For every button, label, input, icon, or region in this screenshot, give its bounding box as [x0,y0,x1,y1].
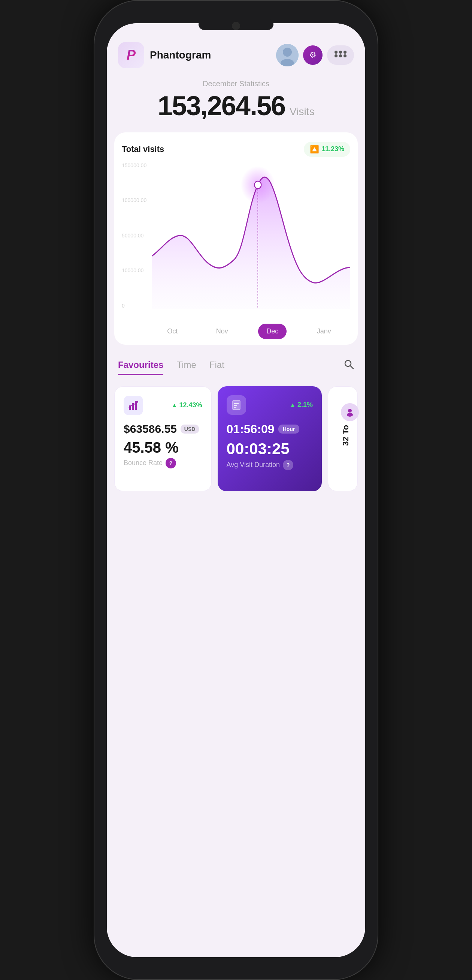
partial-card-value: 32 To [341,425,351,446]
svg-point-22 [347,413,353,417]
month-janv-button[interactable]: Janv [309,324,339,339]
svg-point-3 [334,51,337,54]
gear-icon: ⚙ [309,50,317,60]
cards-section: ▲ 12.43% $63586.55 USD 45.58 % Bounce Ra… [107,379,365,499]
svg-point-1 [283,48,292,57]
svg-point-4 [339,51,342,54]
svg-line-13 [350,366,353,369]
chart-badge-value: 11.23% [322,145,344,153]
help-icon-2[interactable]: ? [283,460,293,470]
avatar[interactable] [276,44,299,66]
card-percent-value-1: 12.43% [179,401,202,409]
phone-screen: P Phantogram ⚙ [107,23,365,957]
dots-icon [334,50,347,60]
help-icon-1[interactable]: ? [166,458,176,468]
chart-y-labels: 150000.00 100000.00 50000.00 10000.00 0 [122,162,146,320]
month-oct-button[interactable]: Oct [159,324,186,339]
month-dec-button[interactable]: Dec [258,324,287,339]
chart-area: 150000.00 100000.00 50000.00 10000.00 0 [122,162,350,320]
chart-title: Total visits [122,145,164,154]
svg-point-6 [334,54,337,57]
card-main-value-2: 00:03:25 [226,440,313,458]
phone-camera [232,22,240,30]
card-bounce-rate: ▲ 12.43% $63586.55 USD 45.58 % Bounce Ra… [114,386,212,491]
svg-point-21 [348,409,352,412]
svg-point-11 [254,181,261,189]
card-percent-value-2: 2.1% [298,401,313,409]
stats-subtitle: December Statistics [118,80,354,88]
svg-point-8 [344,54,347,57]
card-badge-1: USD [181,425,199,434]
tab-fiat[interactable]: Fiat [209,356,224,375]
search-icon[interactable] [344,359,354,372]
card-icon-2 [226,395,246,415]
svg-point-7 [339,54,342,57]
partial-card-content: 32 To [337,396,348,453]
card-value-row-1: $63586.55 USD [124,423,202,436]
menu-button[interactable] [327,45,354,65]
y-label-5: 0 [122,303,146,309]
phone-frame: P Phantogram ⚙ [93,0,379,980]
y-label-4: 10000.00 [122,267,146,274]
logo-container: P [118,42,144,68]
card-value-1: $63586.55 [124,423,177,436]
card-top-1: ▲ 12.43% [124,396,202,415]
card-icon-1 [124,396,143,415]
stats-main: 153,264.56 Visits [118,91,354,121]
tab-favourites[interactable]: Favourites [118,356,163,375]
tabs-header: Favourites Time Fiat [118,356,354,375]
stats-unit: Visits [290,106,314,118]
chart-section: Total visits 🔼 11.23% 150000.00 100000.0… [114,132,358,345]
svg-rect-17 [233,401,240,410]
card-main-value-1: 45.58 % [124,439,202,456]
header-actions: ⚙ [276,44,354,66]
y-label-3: 50000.00 [122,232,146,239]
svg-point-5 [344,51,347,54]
app-title: Phantogram [150,49,276,61]
card-value-row-2: 01:56:09 Hour [226,422,313,436]
card-percent-1: ▲ 12.43% [171,401,202,409]
y-label-1: 150000.00 [122,162,146,169]
tabs-section: Favourites Time Fiat [107,348,365,379]
card-partial: 32 To [328,386,358,491]
settings-button[interactable]: ⚙ [303,45,323,65]
chart-header: Total visits 🔼 11.23% [122,142,350,157]
svg-rect-15 [132,403,134,410]
up-arrow-icon: 🔼 [310,145,319,154]
card-label-1: Bounce Rate ? [124,458,202,468]
y-label-2: 100000.00 [122,197,146,203]
card-badge-2: Hour [278,425,300,434]
stats-number: 153,264.56 [158,91,285,121]
chart-x-labels: Oct Nov Dec Janv [122,324,350,339]
card-avg-visit: ▲ 2.1% 01:56:09 Hour 00:03:25 Avg Visit … [218,386,322,491]
card-time-value-2: 01:56:09 [226,422,275,436]
app-header: P Phantogram ⚙ [107,23,365,76]
logo-icon: P [127,47,136,63]
tab-time[interactable]: Time [176,356,196,375]
partial-card-icon [341,403,359,421]
card-label-2: Avg Visit Duration ? [226,460,313,470]
card-percent-2: ▲ 2.1% [290,401,313,409]
card-top-2: ▲ 2.1% [226,395,313,415]
chart-svg-container [152,162,350,309]
chart-badge: 🔼 11.23% [304,142,350,157]
month-nov-button[interactable]: Nov [208,324,236,339]
stats-section: December Statistics 153,264.56 Visits [107,76,365,129]
